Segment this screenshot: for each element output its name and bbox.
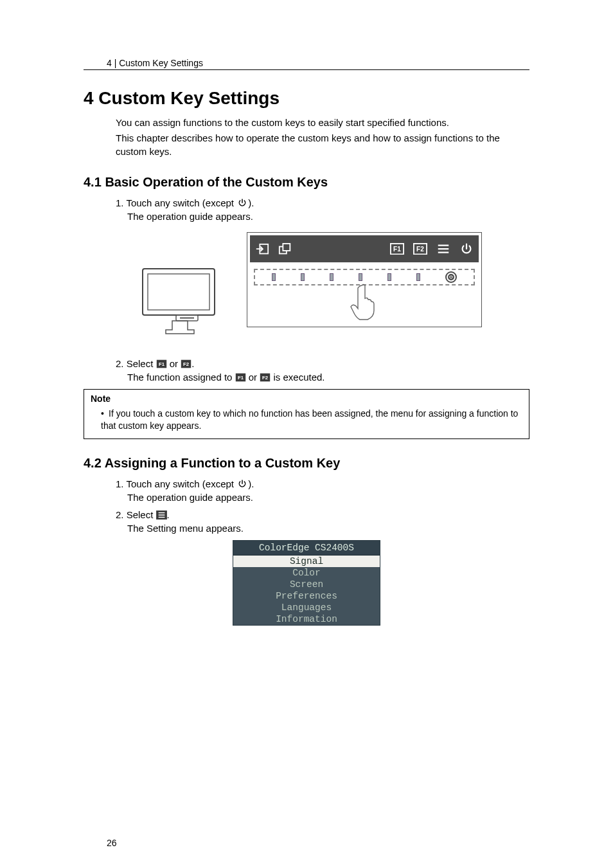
power-switch — [445, 271, 457, 283]
osd-icon-row: F1 F2 — [250, 235, 479, 262]
step-text-tail: . — [191, 358, 194, 369]
step-subtext: The Setting menu appears. — [127, 521, 529, 535]
step-text: Select — [127, 509, 156, 520]
power-icon — [236, 479, 248, 489]
svg-text:F2: F2 — [416, 245, 424, 252]
step-number: 1. — [116, 478, 126, 489]
step-text-tail: ). — [248, 197, 254, 208]
menu-icon — [436, 243, 450, 255]
section-4-2-title: Assigning a Function to a Custom Key — [105, 456, 341, 470]
f1-icon: F1 — [156, 359, 167, 368]
note-box: Note •If you touch a custom key to which… — [84, 389, 529, 439]
step-text-tail: ). — [248, 478, 254, 489]
f1-icon: F1 — [390, 243, 404, 255]
section-4-2-heading: 4.2 Assigning a Function to a Custom Key — [84, 456, 529, 471]
svg-text:F1: F1 — [393, 245, 401, 252]
svg-rect-1 — [148, 274, 209, 310]
step-subtext: The function assigned to F1 or F2 is exe… — [127, 370, 529, 384]
page-header: 4 | Custom Key Settings — [84, 58, 529, 70]
intro-para-1: You can assign functions to the custom k… — [116, 116, 529, 129]
step-text: Touch any switch (except — [126, 478, 236, 489]
bullet-icon: • — [101, 408, 109, 420]
s42-step-1: 1. Touch any switch (except ). The opera… — [116, 477, 529, 504]
note-body: •If you touch a custom key to which no f… — [101, 408, 522, 432]
chapter-number: 4 — [84, 88, 94, 108]
switch — [272, 273, 276, 281]
svg-text:F1: F1 — [159, 361, 165, 367]
f2-icon: F2 — [260, 373, 271, 382]
note-text: If you touch a custom key to which no fu… — [101, 408, 518, 431]
switch — [416, 273, 420, 281]
s42-step-2: 2. Select . The Setting menu appears. — [116, 508, 529, 535]
step-number: 1. — [116, 197, 126, 208]
switch — [387, 273, 391, 281]
power-icon — [459, 243, 474, 255]
or-text: or — [167, 358, 181, 369]
step-subtext: The operation guide appears. — [127, 210, 529, 223]
section-4-1-heading: 4.1 Basic Operation of the Custom Keys — [84, 175, 529, 190]
osd-menu-item: Screen — [233, 579, 380, 590]
switch — [330, 273, 333, 281]
section-4-1-num: 4.1 — [84, 175, 102, 189]
osd-menu-list: SignalColorScreenPreferencesLanguagesInf… — [233, 556, 380, 625]
step-text: Select — [127, 358, 156, 369]
svg-rect-3 — [180, 317, 194, 319]
switch — [301, 273, 305, 281]
menu-icon — [156, 511, 167, 520]
page-number: 26 — [107, 838, 529, 848]
osd-menu-item: Color — [233, 567, 380, 579]
step-number: 2. — [116, 509, 127, 520]
osd-menu-item: Preferences — [233, 590, 380, 602]
svg-rect-0 — [143, 269, 215, 315]
step-subtext: The operation guide appears. — [127, 491, 529, 504]
osd-menu-item: Languages — [233, 602, 380, 613]
osd-menu-title: ColorEdge CS2400S — [233, 541, 380, 556]
osd-strip: F1 F2 — [247, 232, 482, 327]
f2-icon: F2 — [181, 359, 191, 368]
note-label: Note — [91, 393, 522, 404]
osd-menu-item: Information — [233, 613, 380, 625]
switch — [359, 273, 362, 281]
section-4-2-num: 4.2 — [84, 456, 102, 470]
input-icon — [255, 243, 269, 255]
step-text-tail: . — [167, 509, 170, 520]
breadcrumb: 4 | Custom Key Settings — [84, 58, 203, 68]
svg-text:F1: F1 — [238, 375, 244, 381]
s41-step-2: 2. Select F1 or F2. The function assigne… — [116, 357, 529, 384]
s41-step-1: 1. Touch any switch (except ). The opera… — [116, 196, 529, 223]
f2-icon: F2 — [413, 243, 427, 255]
step-text: Touch any switch (except — [126, 197, 236, 208]
chapter-heading: 4 Custom Key Settings — [84, 88, 529, 109]
osd-menu-figure: ColorEdge CS2400S SignalColorScreenPrefe… — [233, 540, 380, 626]
monitor-illustration — [141, 267, 224, 338]
power-icon — [236, 198, 248, 208]
section-4-1-title: Basic Operation of the Custom Keys — [105, 175, 328, 189]
finger-icon — [350, 283, 376, 318]
color-mode-icon — [278, 243, 292, 255]
f1-icon: F1 — [235, 373, 246, 382]
operation-guide-figure: F1 F2 — [123, 232, 482, 352]
svg-text:F2: F2 — [183, 361, 189, 367]
step-number: 2. — [116, 358, 127, 369]
osd-menu-item: Signal — [233, 556, 380, 567]
intro-para-2: This chapter describes how to operate th… — [116, 132, 529, 158]
svg-rect-6 — [283, 244, 290, 251]
svg-text:F2: F2 — [262, 375, 268, 381]
chapter-title: Custom Key Settings — [98, 88, 280, 108]
